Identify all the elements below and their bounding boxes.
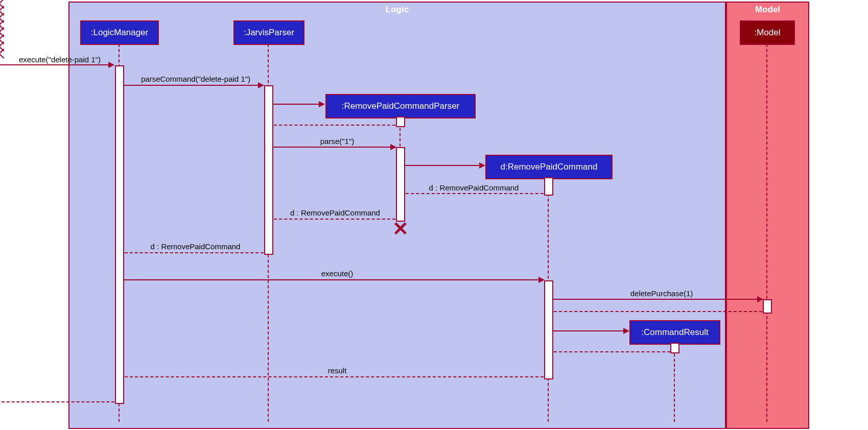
activation-rpcp-1 [396, 116, 405, 127]
arrowhead-5 [390, 144, 396, 150]
msg-parse-command: parseCommand("delete-paid 1") [128, 75, 264, 83]
arrowhead-3 [319, 101, 325, 107]
arrow-16 [2, 401, 114, 402]
msg-execute-1: execute("delete-paid 1") [6, 55, 113, 64]
arrowhead-11 [757, 296, 763, 302]
arrow-6 [404, 165, 484, 166]
arrow-7 [406, 193, 544, 194]
arrow-1 [0, 64, 113, 65]
arrowhead-2 [258, 82, 264, 88]
participant-model: :Model [740, 20, 795, 45]
msg-delete-purchase: deletePurchase(1) [613, 289, 710, 298]
participant-remove-paid-command: d:RemovePaidCommand [485, 155, 613, 179]
activation-cr [670, 343, 679, 353]
arrowhead-1 [108, 62, 114, 68]
activation-model [763, 299, 772, 314]
frame-model-label: Model [751, 4, 784, 16]
arrowhead-13 [623, 328, 629, 334]
arrow-12 [554, 311, 762, 312]
arrow-4 [274, 125, 395, 126]
activation-jarvis-parser [264, 85, 273, 255]
arrow-2 [123, 85, 263, 86]
arrow-13 [552, 330, 628, 331]
arrow-11 [552, 299, 762, 300]
arrow-15 [125, 376, 544, 377]
arrow-14 [554, 351, 670, 352]
frame-model: Model [726, 2, 809, 429]
lifeline-command-result [674, 344, 675, 422]
sequence-diagram: Logic Model :LogicManager :JarvisParser … [0, 0, 868, 430]
arrow-8 [274, 219, 395, 220]
arrow-3 [272, 104, 323, 105]
frame-logic-label: Logic [382, 4, 413, 16]
msg-execute-2: execute() [289, 269, 386, 278]
arrow-5 [272, 147, 395, 148]
lifeline-model [766, 44, 767, 422]
activation-logic-manager [115, 65, 124, 404]
msg-return-d3: d : RemovePaidCommand [128, 242, 263, 251]
activation-rpc-1 [544, 177, 553, 196]
msg-return-d2: d : RemovePaidCommand [276, 208, 394, 217]
participant-command-result: :CommandResult [629, 320, 720, 345]
activation-rpcp-2 [396, 147, 405, 222]
activation-rpc-2 [544, 280, 553, 379]
msg-result: result [296, 366, 378, 375]
destroy-rpcp: ✕ [392, 218, 409, 240]
arrow-10 [123, 279, 543, 280]
participant-logic-manager: :LogicManager [80, 20, 159, 45]
arrowhead-10 [538, 277, 545, 283]
msg-return-d1: d : RemovePaidCommand [406, 183, 542, 192]
participant-jarvis-parser: :JarvisParser [233, 20, 304, 45]
arrowhead-6 [479, 162, 485, 169]
msg-parse: parse("1") [289, 137, 386, 146]
participant-remove-paid-command-parser: :RemovePaidCommandParser [325, 94, 476, 118]
arrow-9 [125, 252, 264, 253]
